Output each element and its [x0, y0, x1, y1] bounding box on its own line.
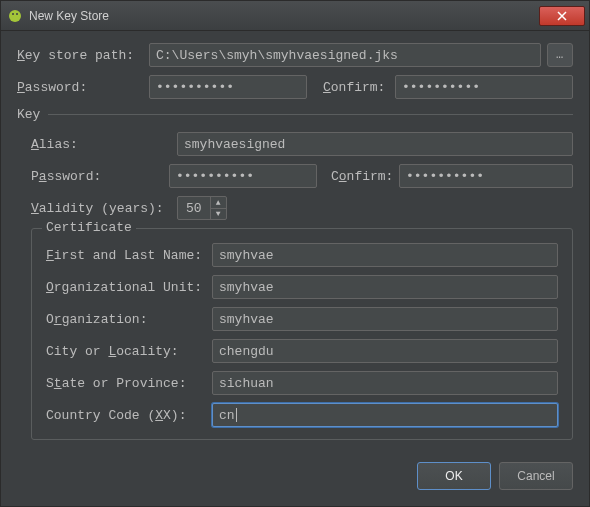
org-label: Organization: — [46, 312, 212, 327]
ou-row: Organizational Unit: — [46, 275, 558, 299]
first-last-label: First and Last Name: — [46, 248, 212, 263]
svg-point-1 — [12, 13, 14, 15]
alias-row: Alias: — [31, 132, 573, 156]
titlebar: New Key Store — [1, 1, 589, 31]
text-cursor — [236, 408, 237, 422]
keystore-confirm-input[interactable] — [395, 75, 573, 99]
keystore-path-input[interactable] — [149, 43, 541, 67]
cancel-button[interactable]: Cancel — [499, 462, 573, 490]
state-label: State or Province: — [46, 376, 212, 391]
svg-point-2 — [16, 13, 18, 15]
key-password-label: Password: — [31, 169, 169, 184]
key-password-input[interactable] — [169, 164, 317, 188]
org-input[interactable] — [212, 307, 558, 331]
country-row: Country Code (XX): cn — [46, 403, 558, 427]
city-label: City or Locality: — [46, 344, 212, 359]
first-last-input[interactable] — [212, 243, 558, 267]
keystore-password-row: Password: Confirm: — [17, 75, 573, 99]
validity-label: Validity (years): — [31, 201, 177, 216]
certificate-group-title: Certificate — [42, 220, 136, 235]
validity-spinner[interactable]: 50 ▲ ▼ — [177, 196, 227, 220]
keystore-password-label: Password: — [17, 80, 149, 95]
keystore-password-input[interactable] — [149, 75, 307, 99]
country-input[interactable]: cn — [212, 403, 558, 427]
browse-button[interactable]: … — [547, 43, 573, 67]
alias-label: Alias: — [31, 137, 177, 152]
state-input[interactable] — [212, 371, 558, 395]
country-value: cn — [219, 408, 235, 423]
key-group-title: Key — [17, 107, 40, 122]
ou-input[interactable] — [212, 275, 558, 299]
key-group-header: Key — [17, 107, 573, 122]
alias-input[interactable] — [177, 132, 573, 156]
city-input[interactable] — [212, 339, 558, 363]
first-last-row: First and Last Name: — [46, 243, 558, 267]
key-group-body: Alias: Password: Confirm: Validity (year… — [17, 122, 573, 440]
ou-label: Organizational Unit: — [46, 280, 212, 295]
svg-point-0 — [9, 10, 21, 22]
button-bar: OK Cancel — [1, 450, 589, 490]
separator — [48, 114, 573, 115]
keystore-path-label: Key store path: — [17, 48, 149, 63]
ok-button[interactable]: OK — [417, 462, 491, 490]
validity-value: 50 — [178, 201, 210, 216]
validity-row: Validity (years): 50 ▲ ▼ — [31, 196, 573, 220]
spinner-down-icon[interactable]: ▼ — [211, 209, 226, 220]
content: Key store path: … Password: Confirm: Key… — [1, 31, 589, 450]
key-password-row: Password: Confirm: — [31, 164, 573, 188]
window-title: New Key Store — [29, 9, 539, 23]
country-label: Country Code (XX): — [46, 408, 212, 423]
spinner-up-icon[interactable]: ▲ — [211, 197, 226, 209]
app-icon — [7, 8, 23, 24]
keystore-confirm-label: Confirm: — [323, 80, 395, 95]
org-row: Organization: — [46, 307, 558, 331]
key-confirm-label: Confirm: — [331, 169, 399, 184]
certificate-group: Certificate First and Last Name: Organiz… — [31, 228, 573, 440]
keystore-path-row: Key store path: … — [17, 43, 573, 67]
city-row: City or Locality: — [46, 339, 558, 363]
key-confirm-input[interactable] — [399, 164, 573, 188]
state-row: State or Province: — [46, 371, 558, 395]
close-button[interactable] — [539, 6, 585, 26]
